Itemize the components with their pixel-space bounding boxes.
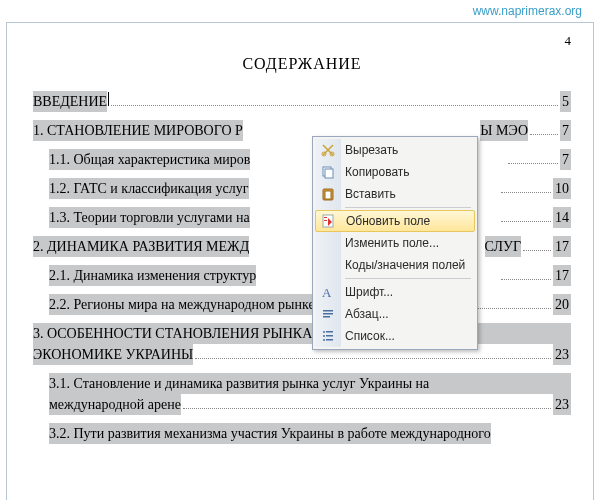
- svg-rect-7: [324, 217, 327, 218]
- toc-entry: 3.1. Становление и динамика развития рын…: [33, 373, 571, 415]
- toc-leader: [195, 358, 551, 359]
- toc-text: 3.2. Пути развития механизма участия Укр…: [49, 423, 491, 444]
- toc-leader: [508, 163, 558, 164]
- menu-item-cut[interactable]: Вырезать: [315, 139, 475, 161]
- menu-item-list[interactable]: Список...: [315, 325, 475, 347]
- toc-page: 20: [553, 294, 571, 315]
- menu-separator: [345, 207, 471, 208]
- menu-item-paste[interactable]: Вставить: [315, 183, 475, 205]
- menu-item-field-codes[interactable]: Коды/значения полей: [315, 254, 475, 276]
- menu-label: Шрифт...: [341, 285, 469, 299]
- toc-entry: 2.1. Динамика изменения структур 17: [33, 265, 571, 286]
- toc-text-tail: СЛУГ: [485, 236, 522, 257]
- toc-entry: 3. ОСОБЕННОСТИ СТАНОВЛЕНИЯ РЫНКА УСЛУГ В…: [33, 323, 571, 365]
- toc-entry: 1.2. ГАТС и классификация услуг 10: [33, 178, 571, 199]
- svg-rect-5: [325, 191, 331, 199]
- document-page: 4 СОДЕРЖАНИЕ ВВЕДЕНИЕ 5 1. СТАНОВЛЕНИЕ М…: [6, 22, 594, 500]
- svg-rect-16: [326, 335, 333, 337]
- toc-text: 1.3. Теории торговли услугами на: [49, 207, 250, 228]
- scissors-icon: [315, 142, 341, 158]
- toc-leader: [523, 250, 551, 251]
- toc-entry: ВВЕДЕНИЕ 5: [33, 91, 571, 112]
- toc-leader: [183, 408, 551, 409]
- toc-entry: 2.2. Регионы мира на международном рынке…: [33, 294, 571, 315]
- toc-entry: 1. СТАНОВЛЕНИЕ МИРОВОГО Р Ы МЭО 7: [33, 120, 571, 141]
- toc-text: 2. ДИНАМИКА РАЗВИТИЯ МЕЖД: [33, 236, 249, 257]
- watermark-link[interactable]: www.naprimerax.org: [473, 4, 582, 18]
- paste-icon: [315, 186, 341, 202]
- toc-page: 14: [553, 207, 571, 228]
- menu-item-edit-field[interactable]: Изменить поле...: [315, 232, 475, 254]
- toc-page: 7: [560, 149, 571, 170]
- svg-rect-3: [325, 169, 333, 178]
- svg-point-13: [323, 331, 325, 333]
- toc-text: 3.1. Становление и динамика развития рын…: [49, 373, 571, 394]
- menu-label: Коды/значения полей: [341, 258, 469, 272]
- menu-label: Список...: [341, 329, 469, 343]
- menu-label: Абзац...: [341, 307, 469, 321]
- menu-label: Обновить поле: [342, 214, 468, 228]
- svg-text:A: A: [322, 285, 332, 300]
- toc-text: 2.1. Динамика изменения структур: [49, 265, 256, 286]
- toc-page: 17: [553, 236, 571, 257]
- toc-page: 17: [553, 265, 571, 286]
- svg-rect-12: [323, 316, 330, 318]
- list-icon: [315, 328, 341, 344]
- svg-point-15: [323, 335, 325, 337]
- toc-leader: [530, 134, 558, 135]
- toc-entry: 3.2. Пути развития механизма участия Укр…: [33, 423, 571, 444]
- svg-rect-14: [326, 331, 333, 333]
- toc-text: международной арене: [49, 394, 181, 415]
- copy-icon: [315, 164, 341, 180]
- menu-label: Вырезать: [341, 143, 469, 157]
- page-number: 4: [33, 33, 571, 49]
- toc-text: 2.2. Регионы мира на международном рынке…: [49, 294, 351, 315]
- toc-text: 1.1. Общая характеристика миров: [49, 149, 250, 170]
- toc-leader: [501, 192, 551, 193]
- toc-text-tail: Ы МЭО: [480, 120, 528, 141]
- menu-separator: [345, 278, 471, 279]
- update-field-icon: [316, 213, 342, 229]
- font-icon: A: [315, 284, 341, 300]
- toc-leader: [501, 221, 551, 222]
- svg-rect-8: [324, 220, 327, 221]
- menu-item-copy[interactable]: Копировать: [315, 161, 475, 183]
- paragraph-icon: [315, 306, 341, 322]
- toc-leader: [501, 279, 551, 280]
- toc-page: 10: [553, 178, 571, 199]
- toc-entry: 1.3. Теории торговли услугами на 14: [33, 207, 571, 228]
- toc-title: СОДЕРЖАНИЕ: [33, 55, 571, 73]
- toc-leader: [111, 105, 558, 106]
- menu-item-font[interactable]: A Шрифт...: [315, 281, 475, 303]
- svg-rect-18: [326, 339, 333, 341]
- svg-point-17: [323, 339, 325, 341]
- menu-label: Копировать: [341, 165, 469, 179]
- toc-page: 23: [553, 344, 571, 365]
- toc-entry: 1.1. Общая характеристика миров 7: [33, 149, 571, 170]
- toc-page: 23: [553, 394, 571, 415]
- menu-label: Вставить: [341, 187, 469, 201]
- toc-entry: 2. ДИНАМИКА РАЗВИТИЯ МЕЖД СЛУГ 17: [33, 236, 571, 257]
- menu-item-paragraph[interactable]: Абзац...: [315, 303, 475, 325]
- toc-page: 5: [560, 91, 571, 112]
- toc-text: ЭКОНОМИКЕ УКРАИНЫ: [33, 344, 193, 365]
- toc-text: 1.2. ГАТС и классификация услуг: [49, 178, 249, 199]
- menu-item-update-field[interactable]: Обновить поле: [315, 210, 475, 232]
- svg-rect-11: [323, 313, 333, 315]
- toc-text: 3. ОСОБЕННОСТИ СТАНОВЛЕНИЯ РЫНКА УСЛУГ В…: [33, 323, 571, 344]
- toc-text: ВВЕДЕНИЕ: [33, 91, 107, 112]
- text-cursor: [108, 92, 109, 106]
- menu-label: Изменить поле...: [341, 236, 469, 250]
- toc-text: 1. СТАНОВЛЕНИЕ МИРОВОГО Р: [33, 120, 243, 141]
- context-menu: Вырезать Копировать Вставить Обновить по…: [312, 136, 478, 350]
- svg-rect-10: [323, 310, 333, 312]
- toc-page: 7: [560, 120, 571, 141]
